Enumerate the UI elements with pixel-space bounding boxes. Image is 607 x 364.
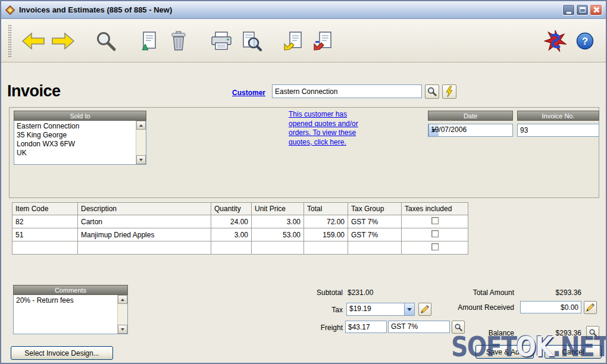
scroll-track[interactable] bbox=[136, 130, 146, 155]
back-button[interactable] bbox=[20, 25, 47, 57]
save-and-add-button[interactable]: Save & Add bbox=[475, 345, 534, 359]
tax-dropdown[interactable]: $19.19 bbox=[346, 303, 415, 316]
toolbar-grip[interactable] bbox=[8, 25, 11, 57]
total-amount-value: $293.36 bbox=[525, 288, 581, 297]
title-bar: Invoices and Estimates (885 of 885 - New… bbox=[1, 1, 606, 19]
cell-total[interactable]: 72.00 bbox=[304, 215, 348, 228]
print-button[interactable] bbox=[208, 25, 235, 57]
select-invoice-design-label: Select Invoice Design... bbox=[24, 349, 99, 357]
print-preview-button[interactable] bbox=[237, 25, 265, 57]
amount-received-label: Amount Received bbox=[433, 303, 514, 312]
cancel-label: Cancel bbox=[562, 348, 584, 356]
maximize-button[interactable] bbox=[576, 4, 589, 15]
select-invoice-design-button[interactable]: Select Invoice Design... bbox=[11, 346, 113, 360]
cell-quantity[interactable] bbox=[211, 241, 252, 255]
table-header-row: Item Code Description Quantity Unit Pric… bbox=[12, 203, 468, 215]
cell-item-code[interactable] bbox=[12, 241, 78, 255]
col-description: Description bbox=[78, 203, 211, 215]
transfer-document-icon bbox=[312, 30, 335, 52]
save-and-add-label: Save & Add bbox=[486, 348, 524, 356]
new-record-icon bbox=[138, 30, 159, 52]
cell-quantity[interactable]: 24.00 bbox=[211, 215, 252, 228]
cell-unit-price[interactable] bbox=[252, 241, 304, 255]
close-button[interactable] bbox=[590, 4, 602, 15]
sold-to-scrollbar[interactable] bbox=[136, 121, 146, 164]
quotes-link-line: quotes, click here. bbox=[289, 138, 358, 148]
amount-received-edit-button[interactable] bbox=[584, 301, 597, 314]
printer-icon bbox=[209, 31, 233, 51]
window-title: Invoices and Estimates (885 of 885 - New… bbox=[19, 5, 558, 14]
taxes-included-checkbox[interactable] bbox=[431, 217, 439, 224]
cell-item-code[interactable]: 82 bbox=[12, 215, 78, 228]
scroll-up-button[interactable] bbox=[136, 121, 146, 130]
cell-unit-price[interactable]: 53.00 bbox=[252, 228, 304, 241]
taxes-included-checkbox[interactable] bbox=[431, 243, 439, 250]
comments-text: 20% - Return fees bbox=[16, 296, 115, 305]
invoice-no-input[interactable] bbox=[517, 124, 599, 137]
tax-dropdown-button[interactable] bbox=[404, 303, 414, 315]
quotes-link[interactable]: This customer has opened quotes and/or o… bbox=[289, 110, 358, 147]
delete-button[interactable] bbox=[165, 25, 192, 57]
transfer-document-button[interactable] bbox=[310, 25, 337, 57]
forward-arrow-icon bbox=[51, 32, 76, 51]
trash-icon bbox=[168, 30, 189, 52]
col-total: Total bbox=[304, 203, 348, 215]
app-logo-button[interactable] bbox=[542, 25, 569, 57]
cell-total[interactable]: 159.00 bbox=[304, 228, 348, 241]
customer-input[interactable] bbox=[272, 84, 422, 98]
cell-description[interactable]: Carton bbox=[78, 215, 211, 228]
sold-to-line: London WX3 6FW bbox=[17, 140, 133, 149]
new-record-button[interactable] bbox=[135, 25, 162, 57]
cell-quantity[interactable]: 3.00 bbox=[211, 228, 252, 241]
sold-to-listbox[interactable]: Eastern Connection 35 King George London… bbox=[14, 121, 146, 165]
forward-button[interactable] bbox=[49, 25, 77, 57]
col-quantity: Quantity bbox=[211, 203, 252, 215]
total-amount-label: Total Amount bbox=[443, 288, 514, 297]
table-row[interactable]: 51 Manjimup Dried Apples 3.00 53.00 159.… bbox=[12, 228, 468, 241]
customer-search-button[interactable] bbox=[425, 84, 439, 99]
copy-document-button[interactable] bbox=[280, 25, 308, 57]
cancel-button[interactable]: Cancel bbox=[545, 345, 602, 359]
minimize-button[interactable] bbox=[562, 4, 575, 15]
cell-unit-price[interactable]: 3.00 bbox=[252, 215, 304, 228]
help-button[interactable]: ? bbox=[571, 25, 599, 57]
taxes-included-checkbox[interactable] bbox=[431, 230, 439, 237]
cell-item-code[interactable]: 51 bbox=[12, 228, 78, 241]
date-dropdown[interactable]: 19/07/2006 bbox=[428, 124, 513, 137]
comments-panel: Comments 20% - Return fees bbox=[13, 285, 128, 334]
find-button[interactable] bbox=[92, 25, 120, 57]
col-item-code: Item Code bbox=[12, 203, 78, 215]
cell-tax-group[interactable] bbox=[348, 241, 402, 255]
balance-search-button[interactable] bbox=[586, 326, 599, 339]
cell-description[interactable] bbox=[78, 241, 211, 255]
cell-tax-group[interactable]: GST 7% bbox=[348, 228, 402, 241]
comments-scrollbar[interactable] bbox=[117, 295, 127, 334]
customer-link[interactable]: Customer bbox=[232, 89, 265, 97]
sold-to-line: 35 King George bbox=[17, 131, 133, 140]
close-icon bbox=[593, 7, 599, 13]
table-row[interactable] bbox=[12, 241, 468, 255]
scroll-up-button[interactable] bbox=[118, 295, 127, 304]
comments-textarea[interactable]: 20% - Return fees bbox=[13, 295, 128, 334]
cell-total[interactable] bbox=[304, 241, 348, 255]
cell-tax-group[interactable]: GST 7% bbox=[348, 215, 402, 228]
scroll-down-button[interactable] bbox=[136, 155, 146, 164]
pencil-icon bbox=[420, 305, 430, 314]
back-arrow-icon bbox=[21, 32, 46, 51]
scroll-track[interactable] bbox=[118, 304, 127, 325]
tax-edit-button[interactable] bbox=[418, 303, 431, 316]
app-icon bbox=[5, 5, 15, 15]
tax-label: Tax bbox=[276, 306, 343, 314]
sold-to-line: Eastern Connection bbox=[17, 122, 133, 131]
customer-quick-button[interactable] bbox=[442, 84, 456, 99]
amount-received-input[interactable] bbox=[520, 301, 581, 313]
comments-header: Comments bbox=[13, 285, 128, 295]
cell-description[interactable]: Manjimup Dried Apples bbox=[78, 228, 211, 241]
scroll-down-button[interactable] bbox=[118, 325, 127, 334]
freight-input[interactable] bbox=[345, 321, 387, 333]
date-value: 19/07/2006 bbox=[428, 124, 469, 135]
table-row[interactable]: 82 Carton 24.00 3.00 72.00 GST 7% bbox=[12, 215, 468, 228]
page-title: Invoice bbox=[7, 82, 61, 101]
freight-tax-group-field[interactable]: GST 7% bbox=[388, 321, 450, 333]
subtotal-value: $231.00 bbox=[348, 288, 373, 297]
